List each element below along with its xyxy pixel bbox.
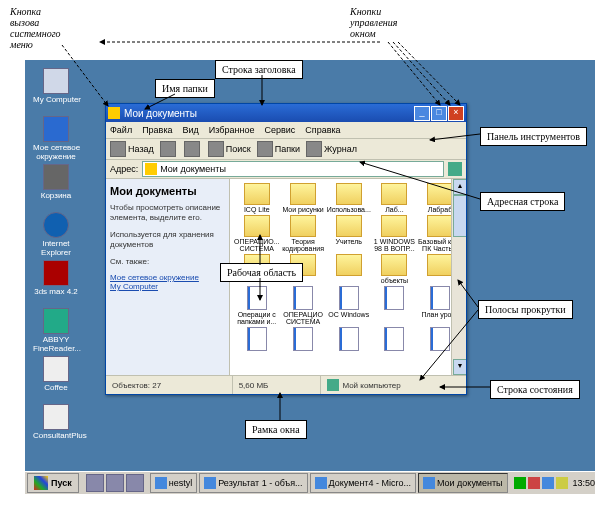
folder-icon — [427, 215, 453, 237]
menu-item[interactable]: Сервис — [264, 125, 295, 135]
taskbar-task[interactable]: Документ4 - Micro... — [310, 473, 416, 493]
recycle-icon — [43, 164, 69, 190]
ql-icon[interactable] — [126, 474, 144, 492]
explorer-window: Мои документы _ □ × ФайлПравкаВидИзбранн… — [105, 103, 467, 395]
close-button[interactable]: × — [448, 106, 464, 121]
file-item[interactable]: ОПЕРАЦИО СИСТЕМА — [281, 285, 326, 326]
clock: 13:50 — [573, 478, 596, 488]
toolbar-label: Поиск — [226, 144, 251, 154]
desktop-icon[interactable]: Мое сетевое окружение — [33, 116, 79, 162]
file-item[interactable]: Учитель — [326, 214, 372, 253]
file-item[interactable]: Операции с папками и... — [233, 285, 281, 326]
file-label: ОПЕРАЦИО... СИСТЕМА — [234, 238, 280, 252]
file-item[interactable] — [233, 326, 281, 353]
folder-icon — [381, 183, 407, 205]
scroll-down-icon[interactable]: ▼ — [453, 359, 466, 375]
toolbar[interactable]: НазадПоискПапкиЖурнал — [106, 139, 466, 160]
titlebar[interactable]: Мои документы _ □ × — [106, 104, 466, 122]
file-item[interactable] — [326, 326, 372, 353]
toolbar-button[interactable]: Журнал — [306, 141, 357, 157]
side-link-1[interactable]: Мое сетевое окружение — [110, 273, 225, 282]
callout-workarea: Рабочая область — [220, 263, 303, 282]
desktop-icon[interactable]: ABBYY FineReader... — [33, 308, 79, 354]
desktop-icon[interactable]: 3ds max 4.2 — [33, 260, 79, 297]
tray-icon[interactable] — [542, 477, 554, 489]
minimize-button[interactable]: _ — [414, 106, 430, 121]
file-item[interactable]: Использова... — [326, 182, 372, 214]
start-button[interactable]: Пуск — [27, 473, 79, 493]
addressbar[interactable]: Адрес: Мои документы — [106, 160, 466, 179]
ql-icon[interactable] — [86, 474, 104, 492]
icon-label: My Computer — [33, 96, 79, 105]
ql-icon[interactable] — [106, 474, 124, 492]
scroll-up-icon[interactable]: ▲ — [453, 179, 466, 195]
toolbar-button[interactable]: Назад — [110, 141, 154, 157]
status-size: 5,60 МБ — [233, 376, 322, 394]
quicklaunch[interactable] — [85, 474, 145, 492]
taskbar-task[interactable]: Результат 1 - объя... — [199, 473, 307, 493]
callout-address: Адресная строка — [480, 192, 565, 211]
file-label: 1 WINDOWS 98 В ВОПР... — [373, 238, 416, 252]
file-item[interactable]: Лаб... — [372, 182, 417, 214]
desktop-icon[interactable]: Coffee — [33, 356, 79, 393]
file-item[interactable]: объекты — [372, 253, 417, 285]
sysmenu-icon[interactable] — [108, 107, 120, 119]
menu-item[interactable]: Правка — [142, 125, 172, 135]
toolbar-button[interactable]: Папки — [257, 141, 300, 157]
taskbar-task[interactable]: неstyl — [150, 473, 197, 493]
tray-icon[interactable] — [556, 477, 568, 489]
file-item[interactable]: Теория кодирования — [281, 214, 326, 253]
toolbar-button[interactable]: Поиск — [208, 141, 251, 157]
file-item[interactable] — [372, 285, 417, 326]
maximize-button[interactable]: □ — [431, 106, 447, 121]
scroll-thumb[interactable] — [453, 195, 466, 237]
desktop-icon[interactable]: Internet Explorer — [33, 212, 79, 258]
file-label: объекты — [373, 277, 416, 284]
folder-icon — [381, 254, 407, 276]
file-item[interactable]: ICQ Lite — [233, 182, 281, 214]
file-item[interactable] — [281, 326, 326, 353]
file-item[interactable]: Мои рисунки — [281, 182, 326, 214]
toolbar-icon — [257, 141, 273, 157]
desktop-icon[interactable]: Корзина — [33, 164, 79, 201]
window-title: Мои документы — [124, 108, 414, 119]
folder-icon — [145, 163, 157, 175]
system-tray[interactable]: 13:50 — [509, 477, 600, 489]
menubar[interactable]: ФайлПравкаВидИзбранноеСервисСправка — [106, 122, 466, 139]
callout-toolbar: Панель инструментов — [480, 127, 587, 146]
taskbar-task[interactable]: Мои документы — [418, 473, 508, 493]
desktop-icon[interactable]: My Computer — [33, 68, 79, 105]
address-input[interactable]: Мои документы — [142, 161, 444, 177]
side-link-2[interactable]: My Computer — [110, 282, 225, 291]
file-label: Мои рисунки — [282, 206, 325, 213]
menu-item[interactable]: Вид — [183, 125, 199, 135]
file-item[interactable]: 1 WINDOWS 98 В ВОПР... — [372, 214, 417, 253]
file-item[interactable] — [326, 253, 372, 285]
menu-item[interactable]: Справка — [305, 125, 340, 135]
tray-icon[interactable] — [514, 477, 526, 489]
file-label: Операции с папками и... — [234, 311, 280, 325]
scrollbar-vertical[interactable]: ▲ ▼ — [451, 179, 466, 375]
file-label: Учитель — [327, 238, 371, 245]
file-label: Лаб... — [373, 206, 416, 213]
menu-item[interactable]: Файл — [110, 125, 132, 135]
folder-icon — [336, 215, 362, 237]
toolbar-button[interactable] — [160, 141, 178, 157]
file-item[interactable]: ОС Windows — [326, 285, 372, 326]
file-item[interactable]: ОПЕРАЦИО... СИСТЕМА — [233, 214, 281, 253]
toolbar-button[interactable] — [184, 141, 202, 157]
folder-icon — [290, 183, 316, 205]
document-icon — [384, 286, 404, 310]
file-label: Использова... — [327, 206, 371, 213]
taskbar[interactable]: Пуск неstylРезультат 1 - объя...Документ… — [25, 471, 595, 494]
side-heading: Мои документы — [110, 185, 225, 197]
toolbar-icon — [306, 141, 322, 157]
file-item[interactable] — [372, 326, 417, 353]
tray-icon[interactable] — [528, 477, 540, 489]
folder-icon — [244, 215, 270, 237]
desktop-icon[interactable]: ConsultantPlus — [33, 404, 79, 441]
toolbar-label: Журнал — [324, 144, 357, 154]
menu-item[interactable]: Избранное — [209, 125, 255, 135]
go-button[interactable] — [448, 162, 462, 176]
folder-icon — [381, 215, 407, 237]
